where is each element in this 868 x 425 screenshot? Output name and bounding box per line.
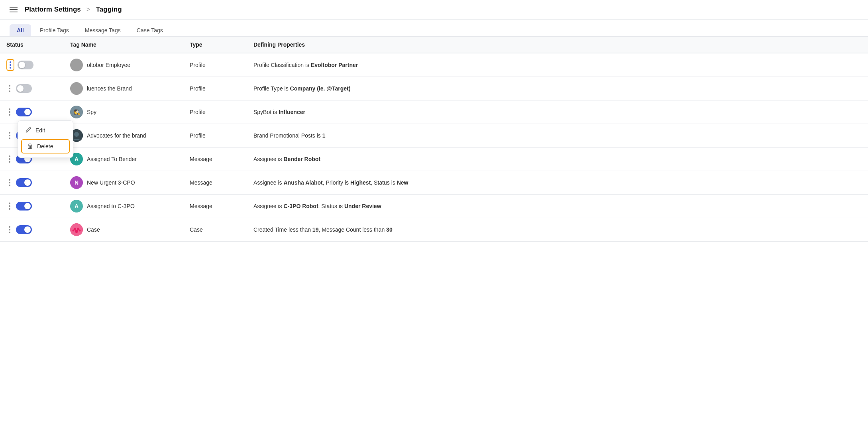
defining-cell-row-2: Profile Type is Company (ie. @Target) bbox=[247, 77, 868, 100]
tagname-cell-row-3: 🕵Spy bbox=[64, 100, 183, 124]
platform-label: Platform Settings bbox=[25, 6, 81, 14]
tag-name-text: New Urgent 3-CPO bbox=[87, 179, 135, 186]
defining-cell-row-4: Brand Promotional Posts is 1 bbox=[247, 124, 868, 148]
tab-case-tags[interactable]: Case Tags bbox=[130, 24, 170, 36]
type-cell-row-3: Profile bbox=[183, 100, 247, 124]
dots-menu-button[interactable] bbox=[6, 59, 14, 71]
status-toggle[interactable] bbox=[16, 178, 32, 187]
defining-cell-row-5: Assignee is Bender Robot bbox=[247, 148, 868, 171]
table-header-row: Status Tag Name Type Defining Properties bbox=[0, 37, 868, 53]
svg-point-8 bbox=[73, 230, 75, 232]
tags-table: Status Tag Name Type Defining Properties… bbox=[0, 37, 868, 242]
tagname-cell-row-2: luences the Brand bbox=[64, 77, 183, 100]
defining-cell-row-1: Profile Classification is Evoltobor Part… bbox=[247, 53, 868, 77]
table-row: Advocates for the brandProfileBrand Prom… bbox=[0, 124, 868, 148]
dots-menu-button[interactable] bbox=[6, 224, 13, 235]
tagname-cell-row-8: Case bbox=[64, 218, 183, 242]
dots-menu-button[interactable] bbox=[6, 154, 13, 164]
defining-cell-row-8: Created Time less than 19, Message Count… bbox=[247, 218, 868, 242]
tag-name-text: luences the Brand bbox=[87, 85, 132, 92]
table-row: AAssigned To BenderMessageAssignee is Be… bbox=[0, 148, 868, 171]
dots-menu-button[interactable] bbox=[6, 201, 13, 211]
tag-avatar bbox=[70, 82, 83, 95]
status-toggle[interactable] bbox=[16, 108, 32, 116]
tag-avatar: 🕵 bbox=[70, 106, 83, 118]
tagname-cell-row-7: AAssigned to C-3PO bbox=[64, 195, 183, 218]
delete-label: Delete bbox=[37, 143, 53, 150]
table-row: 🕵SpyProfileSpyBot is Influencer bbox=[0, 100, 868, 124]
type-cell-row-2: Profile bbox=[183, 77, 247, 100]
table-row: CaseCaseCreated Time less than 19, Messa… bbox=[0, 218, 868, 242]
type-cell-row-8: Case bbox=[183, 218, 247, 242]
tag-name-text: Spy bbox=[87, 109, 96, 115]
type-cell-row-1: Profile bbox=[183, 53, 247, 77]
context-menu-edit[interactable]: Edit bbox=[18, 123, 73, 138]
tag-name-text: Assigned to C-3PO bbox=[87, 203, 135, 209]
tags-table-wrapper: Status Tag Name Type Defining Properties… bbox=[0, 37, 868, 242]
col-header-type: Type bbox=[183, 37, 247, 53]
type-cell-row-6: Message bbox=[183, 171, 247, 195]
col-header-tagname: Tag Name bbox=[64, 37, 183, 53]
svg-point-6 bbox=[77, 228, 79, 230]
svg-point-5 bbox=[74, 228, 76, 230]
tab-all[interactable]: All bbox=[10, 24, 31, 36]
status-toggle[interactable] bbox=[18, 61, 33, 69]
status-cell-row-2 bbox=[0, 77, 64, 100]
svg-text:🕵: 🕵 bbox=[73, 109, 81, 116]
status-toggle[interactable] bbox=[16, 84, 32, 93]
tag-avatar bbox=[70, 59, 83, 71]
type-cell-row-5: Message bbox=[183, 148, 247, 171]
tag-avatar bbox=[70, 223, 83, 236]
defining-cell-row-7: Assignee is C-3PO Robot, Status is Under… bbox=[247, 195, 868, 218]
table-row: oltobor EmployeeProfileProfile Classific… bbox=[0, 53, 868, 77]
tag-name-text: Advocates for the brand bbox=[87, 132, 146, 139]
edit-icon bbox=[25, 127, 31, 134]
svg-point-3 bbox=[74, 132, 79, 137]
status-cell-row-7 bbox=[0, 195, 64, 218]
edit-label: Edit bbox=[35, 127, 45, 134]
page-title: Tagging bbox=[96, 6, 122, 14]
table-row: AAssigned to C-3POMessageAssignee is C-3… bbox=[0, 195, 868, 218]
tab-message-tags[interactable]: Message Tags bbox=[78, 24, 128, 36]
breadcrumb-separator: > bbox=[86, 6, 90, 14]
table-row: luences the BrandProfileProfile Type is … bbox=[0, 77, 868, 100]
context-menu-delete[interactable]: Delete bbox=[21, 139, 70, 153]
col-header-status: Status bbox=[0, 37, 64, 53]
status-toggle[interactable] bbox=[16, 225, 32, 234]
defining-cell-row-6: Assignee is Anusha Alabot, Priority is H… bbox=[247, 171, 868, 195]
tag-avatar: A bbox=[70, 200, 83, 212]
svg-rect-11 bbox=[28, 146, 32, 149]
tagname-cell-row-6: NNew Urgent 3-CPO bbox=[64, 171, 183, 195]
type-cell-row-7: Message bbox=[183, 195, 247, 218]
dots-menu-button[interactable] bbox=[6, 107, 13, 117]
svg-point-7 bbox=[75, 230, 78, 233]
dots-menu-button[interactable] bbox=[6, 83, 13, 94]
dots-menu-button[interactable] bbox=[6, 130, 13, 141]
dots-menu-button[interactable] bbox=[6, 177, 13, 188]
tag-name-text: oltobor Employee bbox=[87, 62, 130, 68]
context-menu: Edit Delete bbox=[18, 120, 73, 158]
tagname-cell-row-4: Advocates for the brand bbox=[64, 124, 183, 148]
table-row: NNew Urgent 3-CPOMessageAssignee is Anus… bbox=[0, 171, 868, 195]
tag-avatar: N bbox=[70, 176, 83, 189]
defining-cell-row-3: SpyBot is Influencer bbox=[247, 100, 868, 124]
page-header: Platform Settings > Tagging bbox=[0, 0, 868, 20]
col-header-defining: Defining Properties bbox=[247, 37, 868, 53]
tagname-cell-row-5: AAssigned To Bender bbox=[64, 148, 183, 171]
hamburger-icon[interactable] bbox=[10, 7, 18, 12]
tag-name-text: Assigned To Bender bbox=[87, 156, 137, 162]
tag-name-text: Case bbox=[87, 226, 100, 233]
tagname-cell-row-1: oltobor Employee bbox=[64, 53, 183, 77]
status-cell-row-8 bbox=[0, 218, 64, 242]
tab-profile-tags[interactable]: Profile Tags bbox=[33, 24, 76, 36]
type-cell-row-4: Profile bbox=[183, 124, 247, 148]
status-toggle[interactable] bbox=[16, 202, 32, 211]
svg-point-9 bbox=[79, 230, 81, 232]
status-cell-row-1 bbox=[0, 53, 64, 77]
status-cell-row-6 bbox=[0, 171, 64, 195]
tab-bar: All Profile Tags Message Tags Case Tags bbox=[0, 20, 868, 37]
trash-icon bbox=[27, 143, 33, 150]
